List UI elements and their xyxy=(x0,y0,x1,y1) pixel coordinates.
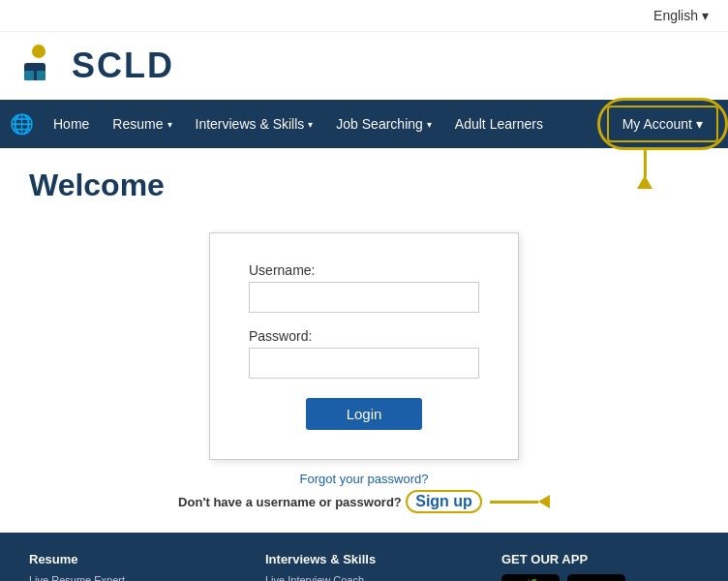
nav-adult-learners[interactable]: Adult Learners xyxy=(443,100,555,148)
logo-text: SCLD xyxy=(72,46,174,86)
signup-arrow xyxy=(490,495,550,508)
footer-resume-heading: Resume xyxy=(29,552,227,566)
logo-icon xyxy=(19,42,68,90)
below-login: Forgot your password? Don't have a usern… xyxy=(178,472,550,513)
username-group: Username: xyxy=(249,262,479,313)
nav-resume[interactable]: Resume ▾ xyxy=(101,100,183,148)
footer-interviews-heading: Interviews & Skills xyxy=(265,552,463,566)
site-footer: Resume Live Resume Expert Resume Templat… xyxy=(0,533,728,581)
main-navbar: 🌐 Home Resume ▾ Interviews & Skills ▾ Jo… xyxy=(0,100,728,148)
footer-col-resume: Resume Live Resume Expert Resume Templat… xyxy=(29,552,227,581)
forgot-password-link[interactable]: Forgot your password? xyxy=(178,472,550,486)
app-store-badge[interactable]: 🍎 Available on the App Store xyxy=(501,574,560,581)
footer-link-live-resume[interactable]: Live Resume Expert xyxy=(29,574,227,581)
nav-home[interactable]: Home xyxy=(42,100,101,148)
footer-col-app: GET OUR APP 🍎 Available on the App Store… xyxy=(501,552,699,581)
my-account-chevron-icon: ▾ xyxy=(696,116,703,132)
password-label: Password: xyxy=(249,328,479,344)
app-badges: 🍎 Available on the App Store ▶ Get it on… xyxy=(501,574,699,581)
logo[interactable]: SCLD xyxy=(19,42,174,90)
no-account-text: Don't have a username or password? xyxy=(178,495,402,509)
signup-wrapper: Don't have a username or password? Sign … xyxy=(178,490,550,513)
password-group: Password: xyxy=(249,328,479,379)
svg-rect-2 xyxy=(24,71,34,80)
my-account-wrapper: My Account ▾ xyxy=(607,106,718,142)
username-label: Username: xyxy=(249,262,479,278)
login-box: Username: Password: Login xyxy=(209,232,519,460)
footer-app-heading: GET OUR APP xyxy=(501,552,699,566)
interviews-chevron-icon: ▾ xyxy=(308,119,313,130)
resume-chevron-icon: ▾ xyxy=(167,119,172,130)
footer-col-interviews: Interviews & Skills Live Interview Coach… xyxy=(265,552,463,581)
password-input[interactable] xyxy=(249,348,479,379)
svg-point-0 xyxy=(32,45,46,58)
language-label: English xyxy=(653,8,698,23)
site-header: SCLD xyxy=(0,32,728,100)
language-chevron-icon: ▾ xyxy=(702,8,709,23)
page-title: Welcome xyxy=(29,168,699,203)
nav-job-searching[interactable]: Job Searching ▾ xyxy=(324,100,443,148)
nav-interviews[interactable]: Interviews & Skills ▾ xyxy=(184,100,325,148)
welcome-section: Welcome xyxy=(0,148,728,213)
top-bar: English ▾ xyxy=(0,0,728,32)
login-area: Username: Password: Login Forgot your pa… xyxy=(0,213,728,523)
job-searching-chevron-icon: ▾ xyxy=(427,119,432,130)
footer-link-live-interview[interactable]: Live Interview Coach xyxy=(265,574,463,581)
login-button[interactable]: Login xyxy=(306,398,422,430)
language-selector[interactable]: English ▾ xyxy=(653,8,709,23)
svg-rect-3 xyxy=(37,71,46,80)
username-input[interactable] xyxy=(249,282,479,313)
globe-icon: 🌐 xyxy=(10,112,34,136)
google-play-badge[interactable]: ▶ Get it on Google Play xyxy=(567,574,625,581)
nav-items: Home Resume ▾ Interviews & Skills ▾ Job … xyxy=(42,100,607,148)
signup-link[interactable]: Sign up xyxy=(406,490,482,513)
my-account-button[interactable]: My Account ▾ xyxy=(607,106,718,142)
